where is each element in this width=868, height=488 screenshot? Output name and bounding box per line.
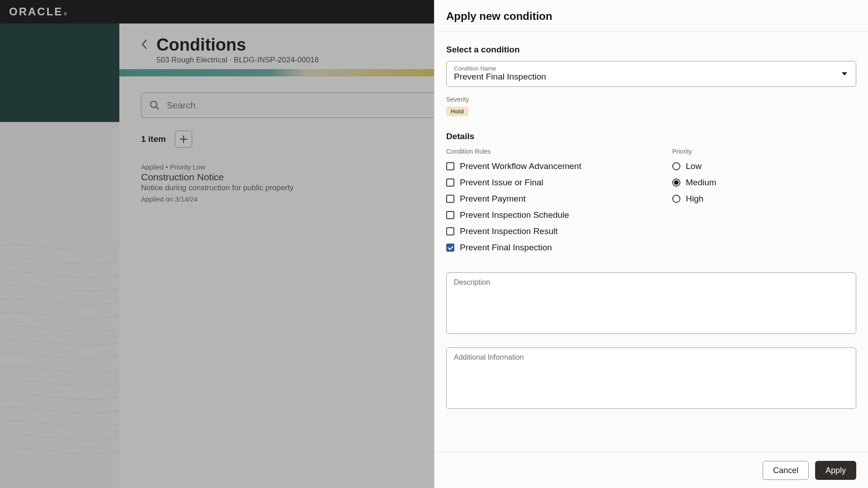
drawer-body: Select a condition Condition Name Preven… bbox=[434, 32, 868, 452]
plus-icon bbox=[179, 135, 188, 143]
priority-option[interactable]: Medium bbox=[672, 178, 856, 188]
severity-label: Severity bbox=[446, 96, 856, 103]
drawer-title: Apply new condition bbox=[446, 10, 856, 23]
checkbox-icon[interactable] bbox=[446, 178, 454, 187]
sidepanel-decorative-waves bbox=[0, 230, 119, 483]
sidepanel bbox=[0, 23, 119, 488]
brand-text: ORACLE bbox=[9, 5, 63, 18]
cancel-button[interactable]: Cancel bbox=[763, 461, 809, 480]
checkbox-icon[interactable] bbox=[446, 244, 454, 252]
rule-option[interactable]: Prevent Workflow Advancement bbox=[446, 161, 645, 171]
select-condition-section-label: Select a condition bbox=[446, 45, 856, 55]
priority-option[interactable]: High bbox=[672, 194, 856, 204]
condition-rules-column: Condition Rules Prevent Workflow Advance… bbox=[446, 148, 645, 259]
add-condition-button[interactable] bbox=[175, 131, 192, 148]
apply-condition-drawer: Apply new condition Select a condition C… bbox=[434, 0, 868, 488]
page-title: Conditions bbox=[156, 35, 319, 55]
additional-info-field[interactable]: Additional Information bbox=[446, 347, 856, 409]
checkbox-icon[interactable] bbox=[446, 227, 454, 235]
drawer-footer: Cancel Apply bbox=[434, 452, 868, 488]
condition-rules-label: Condition Rules bbox=[446, 148, 645, 155]
page-subtitle: 503 Rough Electrical · BLDG-INSP-2024-00… bbox=[156, 56, 319, 65]
priority-label: Priority bbox=[672, 148, 856, 155]
radio-icon[interactable] bbox=[672, 162, 680, 170]
rule-label: Prevent Workflow Advancement bbox=[460, 161, 581, 171]
back-button[interactable] bbox=[141, 39, 147, 50]
priority-column: Priority LowMediumHigh bbox=[672, 148, 856, 259]
apply-button[interactable]: Apply bbox=[815, 461, 856, 480]
caret-down-icon bbox=[841, 72, 848, 76]
rule-option[interactable]: Prevent Final Inspection bbox=[446, 243, 645, 253]
dropdown-value: Prevent Final Inspection bbox=[454, 72, 849, 82]
additional-info-label: Additional Information bbox=[454, 353, 849, 361]
rule-label: Prevent Inspection Result bbox=[460, 226, 558, 236]
radio-icon[interactable] bbox=[672, 178, 680, 187]
rule-label: Prevent Inspection Schedule bbox=[460, 210, 569, 220]
rule-label: Prevent Final Inspection bbox=[460, 243, 552, 253]
radio-icon[interactable] bbox=[672, 195, 680, 203]
checkbox-icon[interactable] bbox=[446, 211, 454, 219]
drawer-header: Apply new condition bbox=[434, 0, 868, 32]
svg-point-0 bbox=[151, 101, 157, 108]
item-count: 1 item bbox=[141, 134, 166, 144]
rule-label: Prevent Payment bbox=[460, 194, 526, 204]
severity-badge: Hold bbox=[446, 107, 468, 116]
description-label: Description bbox=[454, 278, 849, 286]
checkbox-icon[interactable] bbox=[446, 195, 454, 203]
svg-line-1 bbox=[156, 107, 159, 109]
description-field[interactable]: Description bbox=[446, 272, 856, 334]
checkbox-icon[interactable] bbox=[446, 162, 454, 170]
priority-label: Medium bbox=[686, 178, 717, 188]
dropdown-label: Condition Name bbox=[454, 65, 849, 72]
priority-option[interactable]: Low bbox=[672, 161, 856, 171]
priority-label: High bbox=[686, 194, 703, 204]
rule-label: Prevent Issue or Final bbox=[460, 178, 543, 188]
condition-name-dropdown[interactable]: Condition Name Prevent Final Inspection bbox=[446, 61, 856, 87]
oracle-logo: ORACLE® bbox=[9, 5, 67, 18]
rule-option[interactable]: Prevent Inspection Result bbox=[446, 226, 645, 236]
search-icon bbox=[150, 100, 160, 110]
rule-option[interactable]: Prevent Inspection Schedule bbox=[446, 210, 645, 220]
details-section-label: Details bbox=[446, 131, 856, 141]
sidepanel-teal-block bbox=[0, 23, 119, 122]
rule-option[interactable]: Prevent Payment bbox=[446, 194, 645, 204]
rule-option[interactable]: Prevent Issue or Final bbox=[446, 178, 645, 188]
priority-label: Low bbox=[686, 161, 702, 171]
